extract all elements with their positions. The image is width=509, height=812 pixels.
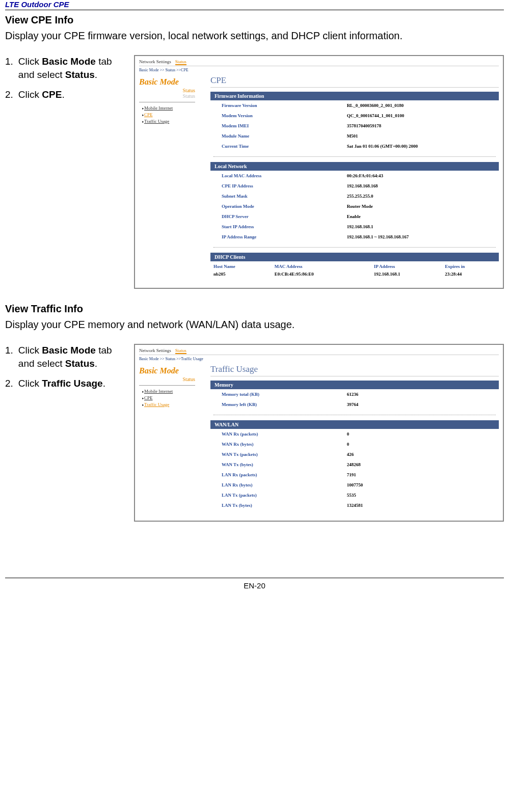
value: 39764 [347, 402, 494, 407]
step-text: Click Basic Mode tab and select Status. [18, 55, 130, 81]
tab-network-settings[interactable]: Network Settings [139, 59, 171, 65]
sidebar-item-mobile-internet[interactable]: Mobile Internet [142, 105, 205, 111]
value: 248268 [347, 462, 494, 467]
value: Sat Jan 01 01:06 (GMT+00:00) 2000 [347, 144, 494, 149]
label: Start IP Address [222, 224, 347, 229]
value: 61236 [347, 392, 494, 397]
cell: 192.168.168.1 [371, 270, 442, 278]
text: . [95, 69, 97, 80]
sidebar-mode-title: Basic Mode [139, 77, 205, 87]
label: Firmware Version [222, 103, 347, 108]
table-header-row: Host Name MAC Address IP Address Expires… [210, 262, 499, 270]
section-title-traffic-info: View Traffic Info [5, 303, 504, 315]
sidebar-item-cpe[interactable]: CPE [142, 112, 205, 117]
col-ip: IP Address [371, 262, 442, 270]
bold: Traffic Usage [42, 378, 102, 389]
panel-dhcp-clients: DHCP Clients Host Name MAC Address IP Ad… [210, 253, 499, 278]
bold: CPE [42, 89, 62, 100]
panel-memory: Memory Memory total (KB)61236 Memory lef… [210, 381, 499, 410]
value: 7191 [347, 472, 494, 477]
label: Memory total (KB) [222, 392, 347, 397]
instructions-traffic: 1. Click Basic Mode tab and select Statu… [5, 344, 130, 522]
cell: nb205 [210, 270, 272, 278]
cell: E0:CB:4E:95:86:E0 [272, 270, 371, 278]
value: 192.168.168.168 [347, 183, 494, 188]
section-desc-traffic-info: Display your CPE memory and network (WAN… [5, 318, 504, 332]
panel-header: WAN/LAN [210, 420, 499, 429]
bold: Status [65, 358, 95, 369]
panel-wanlan: WAN/LAN WAN Rx (packets)0 WAN Rx (bytes)… [210, 420, 499, 510]
sidebar-link[interactable]: Traffic Usage [144, 119, 169, 124]
label: Local MAC Address [222, 173, 347, 178]
value: 1007750 [347, 482, 494, 488]
value: 192.168.168.1 [347, 224, 494, 229]
step-number: 2. [5, 377, 13, 390]
value: Enable [347, 214, 494, 219]
sidebar-link[interactable]: CPE [144, 112, 153, 117]
sidebar-item-traffic-usage[interactable]: Traffic Usage [142, 119, 205, 124]
text: . [62, 89, 64, 100]
col-expires: Expires in [442, 262, 499, 270]
value: 0 [347, 442, 494, 447]
sidebar-link[interactable]: Mobile Internet [144, 389, 173, 394]
text: Click [18, 56, 42, 67]
label: Current Time [222, 144, 347, 149]
sidebar-item-cpe[interactable]: CPE [142, 395, 205, 400]
panel-header: Memory [210, 381, 499, 389]
step-text: Click Traffic Usage. [18, 377, 130, 390]
label: CPE IP Address [222, 183, 347, 188]
text: . [103, 378, 105, 389]
sidebar: Basic Mode Status Mobile Internet CPE Tr… [139, 364, 205, 516]
label: LAN Rx (packets) [222, 472, 347, 477]
label: Operation Mode [222, 204, 347, 209]
sidebar-link[interactable]: Mobile Internet [144, 105, 173, 111]
sidebar-item-traffic-usage[interactable]: Traffic Usage [142, 402, 205, 407]
text: Click [18, 89, 42, 100]
bold: Basic Mode [42, 345, 96, 356]
divider [213, 156, 496, 157]
step-text: Click Basic Mode tab and select Status. [18, 344, 130, 370]
tab-status[interactable]: Status [175, 59, 186, 65]
label: Modem IMEI [222, 123, 347, 128]
sidebar-status-link[interactable]: Status [139, 88, 195, 93]
sidebar-item-mobile-internet[interactable]: Mobile Internet [142, 389, 205, 394]
text: Click [18, 378, 42, 389]
value: 357817040059178 [347, 123, 494, 128]
step-text: Click CPE. [18, 88, 130, 101]
value: 1324581 [347, 503, 494, 508]
document-header: LTE Outdoor CPE [5, 0, 504, 10]
value: QC_0_00016744_1_001_0100 [347, 113, 494, 118]
label: Memory left (KB) [222, 402, 347, 407]
divider [213, 415, 496, 415]
sidebar-status-link[interactable]: Status [139, 376, 195, 382]
label: LAN Tx (packets) [222, 493, 347, 498]
value: 426 [347, 452, 494, 457]
label: WAN Tx (bytes) [222, 462, 347, 467]
label: Modem Version [222, 113, 347, 118]
panel-header: Local Network [210, 162, 499, 171]
section-desc-cpe-info: Display your CPE firmware version, local… [5, 29, 504, 43]
panel-header: DHCP Clients [210, 253, 499, 261]
tab-status[interactable]: Status [175, 348, 186, 354]
sidebar-mode-title: Basic Mode [139, 366, 205, 375]
step-2: 2. Click Traffic Usage. [5, 377, 130, 390]
value: RL_0_00003600_2_001_0180 [347, 103, 494, 108]
sidebar-link[interactable]: CPE [144, 395, 153, 400]
page-title: CPE [210, 75, 499, 88]
sidebar-status-label: Status [139, 93, 195, 99]
step-2: 2. Click CPE. [5, 88, 130, 101]
instructions-cpe: 1. Click Basic Mode tab and select Statu… [5, 55, 130, 289]
sidebar-divider [139, 385, 195, 386]
tab-network-settings[interactable]: Network Settings [139, 348, 171, 354]
label: Module Name [222, 133, 347, 139]
value: 5535 [347, 493, 494, 498]
sidebar-link[interactable]: Traffic Usage [144, 402, 169, 407]
screenshot-traffic: Network Settings Status Basic Mode >> St… [134, 344, 504, 522]
panel-firmware: Firmware Information Firmware VersionRL_… [210, 92, 499, 151]
label: WAN Rx (packets) [222, 431, 347, 437]
col-hostname: Host Name [210, 262, 272, 270]
step-number: 2. [5, 88, 13, 101]
step-1: 1. Click Basic Mode tab and select Statu… [5, 344, 130, 370]
breadcrumb: Basic Mode >> Status >>CPE [139, 68, 499, 72]
label: IP Address Range [222, 234, 347, 239]
